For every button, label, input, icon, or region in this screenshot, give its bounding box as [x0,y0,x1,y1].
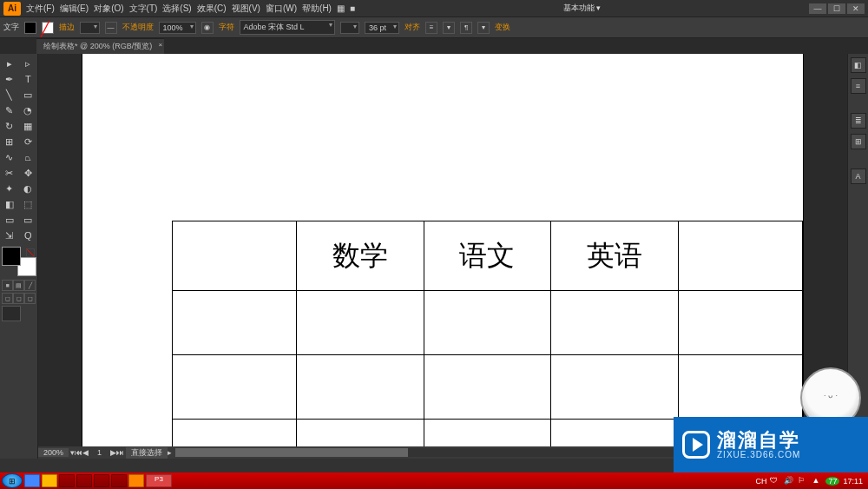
menu-select[interactable]: 选择(S) [162,3,191,15]
stroke-weight-dropdown[interactable] [80,22,100,34]
menu-window[interactable]: 窗口(W) [266,3,297,15]
rotate-tool[interactable]: ↻ [0,118,19,134]
menu-edit[interactable]: 编辑(E) [60,3,89,15]
menu-type[interactable]: 文字(T) [129,3,158,15]
document-tab[interactable]: 绘制表格* @ 200% (RGB/预览) × [36,38,164,54]
tray-indicator[interactable]: 77 [825,477,839,486]
draw-behind[interactable]: ◻ [13,293,24,304]
canvas-viewport[interactable]: 数学 语文 英语 [38,54,847,446]
table-cell[interactable] [424,355,551,420]
pen-tool[interactable]: ✒ [0,71,19,87]
nav-next-icon[interactable]: ▶ [110,448,116,457]
zoom-level[interactable]: 200% [38,448,69,457]
scrollbar-thumb[interactable] [175,448,408,457]
ime-indicator[interactable]: CH [755,477,766,486]
panel-gradient-button[interactable]: ⊞ [851,134,866,149]
color-mode-none[interactable]: ╱ [24,280,36,291]
tray-icon[interactable]: ▲ [812,476,822,486]
taskbar-app[interactable] [94,474,109,487]
font-style-dropdown[interactable] [340,22,360,34]
draw-inside[interactable]: ◻ [24,293,36,304]
direct-selection-tool[interactable]: ▹ [19,56,38,71]
tray-icon[interactable]: 🛡 [770,476,780,486]
color-mode-gradient[interactable]: ▤ [13,280,24,291]
move-tool[interactable]: ✥ [19,165,38,181]
none-color-icon[interactable] [26,248,35,257]
taskbar-app[interactable] [24,474,40,487]
type-tool[interactable]: T [19,71,38,87]
nav-prev-icon[interactable]: ◀ [82,448,89,457]
table-cell[interactable] [173,420,297,447]
line-tool[interactable]: ╲ [0,87,19,102]
align-left-button[interactable]: ≡ [425,22,437,34]
table-cell[interactable] [296,420,424,447]
artboard-tool[interactable]: ◧ [0,196,19,212]
perspective-tool[interactable]: ⏢ [19,149,38,165]
scissors-tool[interactable]: ✂ [0,165,19,181]
rectangle-tool[interactable]: ▭ [19,87,38,102]
panel-color-button[interactable]: ◧ [851,57,866,73]
menu-effect[interactable]: 效果(C) [197,3,227,15]
nav-last-icon[interactable]: ⏭ [116,448,124,457]
start-button[interactable]: ⊞ [2,473,23,488]
hand-tool[interactable]: ▭ [0,212,19,228]
taskbar-app[interactable] [111,474,127,487]
artboard-nav-dropdown[interactable]: 1 [89,448,110,457]
graph-tool[interactable]: ◐ [19,181,38,196]
document-table[interactable]: 数学 语文 英语 [172,221,803,446]
workspace-switcher[interactable]: 基本功能 ▾ [563,3,602,14]
table-cell[interactable] [296,355,424,420]
panel-swatches-button[interactable]: ≡ [851,78,866,94]
swap-tool[interactable]: ⇲ [0,228,19,243]
menu-file[interactable]: 文件(F) [26,3,55,15]
tab-close-icon[interactable]: × [158,41,162,49]
width-tool[interactable]: ⊞ [0,134,19,149]
close-button[interactable]: ✕ [847,3,865,14]
taskbar-app-powerpoint[interactable]: P3 [146,474,172,487]
table-cell[interactable] [679,355,803,420]
tray-icon[interactable]: ⚐ [798,476,808,486]
scale-tool[interactable]: ▦ [19,118,38,134]
table-cell[interactable] [679,221,803,291]
tray-icon[interactable]: 🔊 [784,476,794,486]
color-mode-solid[interactable]: ■ [2,280,13,291]
font-family-dropdown[interactable]: Adobe 宋体 Std L [240,20,335,35]
menu-object[interactable]: 对象(O) [94,3,123,15]
slice-tool[interactable]: ⬚ [19,196,38,212]
font-size-dropdown[interactable]: 36 pt [365,22,399,34]
draw-normal[interactable]: ◻ [2,293,13,304]
table-cell[interactable] [551,420,679,447]
taskbar-app[interactable] [59,474,75,487]
taskbar-app[interactable] [42,474,57,487]
minimize-button[interactable]: — [809,3,826,14]
nav-first-icon[interactable]: ⏮ [75,448,82,457]
panel-type-button[interactable]: A [851,169,866,184]
align-dropdown[interactable]: ▾ [443,22,455,34]
layout-icon[interactable]: ▦ [337,3,345,13]
brush-tool[interactable]: ✎ [0,102,19,118]
table-cell[interactable] [679,291,803,355]
menu-view[interactable]: 视图(V) [232,3,260,15]
search-icon[interactable]: ■ [350,3,355,13]
symbol-tool[interactable]: ✦ [0,181,19,196]
table-cell[interactable] [551,355,679,420]
table-cell[interactable]: 语文 [424,221,551,291]
free-transform-tool[interactable]: ⟳ [19,134,38,149]
table-cell[interactable] [296,291,424,355]
stroke-dash-dropdown[interactable]: — [105,22,117,34]
taskbar-app[interactable] [76,474,92,487]
table-cell[interactable] [173,355,297,420]
table-cell[interactable] [173,291,297,355]
pencil-tool[interactable]: ◔ [19,102,38,118]
table-cell[interactable] [551,291,679,355]
paragraph-button[interactable]: ¶ [460,22,472,34]
zoom-tool[interactable]: ▭ [19,212,38,228]
shape-builder-tool[interactable]: ∿ [0,149,19,165]
status-dropdown-icon[interactable]: ▸ [168,448,172,457]
selection-tool[interactable]: ▸ [0,56,19,71]
magnify-tool[interactable]: Q [19,228,38,243]
opacity-dropdown[interactable]: 100% [159,22,196,34]
taskbar-app-illustrator[interactable] [128,474,144,487]
maximize-button[interactable]: ☐ [828,3,845,14]
recolor-button[interactable]: ◉ [201,22,214,34]
